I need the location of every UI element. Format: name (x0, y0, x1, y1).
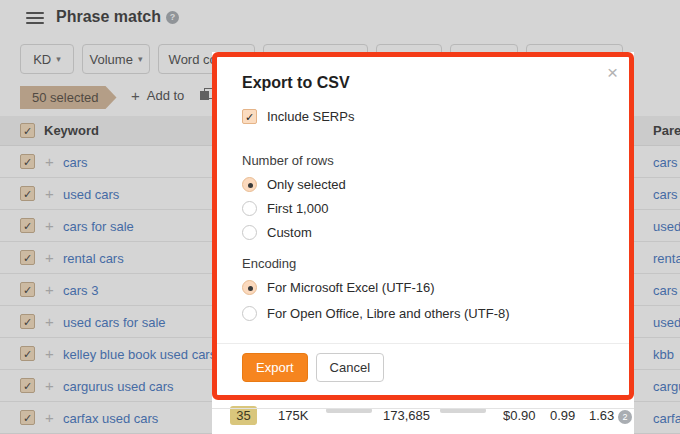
radio-icon[interactable] (242, 306, 257, 321)
close-icon[interactable]: × (607, 63, 618, 82)
modal-overlay (0, 0, 680, 52)
include-serps-option[interactable]: ✓ Include SERPs (242, 109, 354, 124)
radio-excel-utf16[interactable]: For Microsoft Excel (UTF-16) (242, 280, 435, 295)
radio-openoffice-utf8[interactable]: For Open Office, Libre and others (UTF-8… (242, 306, 510, 321)
export-to-csv-modal: × Export to CSV ✓ Include SERPs Number o… (212, 52, 634, 400)
radio-first-1000[interactable]: First 1,000 (242, 201, 328, 216)
cancel-button[interactable]: Cancel (316, 353, 384, 382)
radio-icon[interactable] (242, 177, 257, 192)
modal-footer: Export Cancel (242, 353, 384, 382)
radio-icon[interactable] (242, 201, 257, 216)
modal-overlay (634, 52, 680, 434)
radio-custom[interactable]: Custom (242, 225, 312, 240)
include-serps-checkbox[interactable]: ✓ (242, 109, 257, 124)
modal-title: Export to CSV (242, 74, 350, 92)
radio-icon[interactable] (242, 280, 257, 295)
radio-label: For Open Office, Libre and others (UTF-8… (267, 306, 510, 321)
modal-overlay (0, 52, 212, 434)
app-window: Phrase match ? KD ▾ Volume ▾ Word count … (0, 0, 680, 434)
radio-label: Only selected (267, 177, 346, 192)
encoding-label: Encoding (242, 256, 296, 271)
modal-footer-divider (217, 343, 629, 344)
radio-only-selected[interactable]: Only selected (242, 177, 346, 192)
export-button[interactable]: Export (242, 353, 308, 382)
carfax-row-metrics-strip: 35 175K 173,685 $0.90 0.99 1.63 2 (212, 400, 634, 434)
row-divider (212, 408, 634, 430)
radio-label: For Microsoft Excel (UTF-16) (267, 280, 435, 295)
radio-label: Custom (267, 225, 312, 240)
number-of-rows-label: Number of rows (242, 153, 334, 168)
radio-label: First 1,000 (267, 201, 328, 216)
include-serps-label: Include SERPs (267, 109, 354, 124)
radio-icon[interactable] (242, 225, 257, 240)
